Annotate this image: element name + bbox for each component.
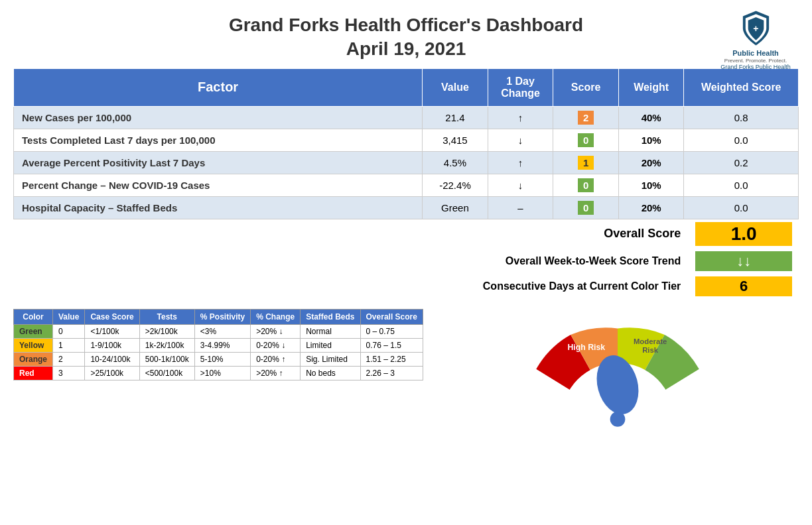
- legend-overall: 1.51 – 2.25: [360, 352, 423, 366]
- col-weighted-score: Weighted Score: [684, 68, 799, 106]
- legend-beds: Limited: [301, 338, 360, 352]
- legend-positivity: >10%: [194, 366, 250, 380]
- legend-col-header: Overall Score: [360, 309, 423, 324]
- legend-col-header: Color: [14, 309, 53, 324]
- cell-weighted-score: 0.0: [684, 196, 799, 219]
- legend-row: Yellow 1 1-9/100k 1k-2k/100k 3-4.99% 0-2…: [14, 338, 423, 352]
- logo-brand: Public Health: [719, 49, 792, 58]
- cell-change: ↓: [488, 129, 553, 151]
- consec-cell: 6: [689, 274, 799, 299]
- table-row: New Cases per 100,000 21.4 ↑ 2 40% 0.8: [14, 106, 799, 129]
- legend-container: ColorValueCase ScoreTests% Positivity% C…: [13, 309, 423, 448]
- legend-tests: <500/100k: [139, 366, 194, 380]
- legend-change: >20% ↑: [251, 366, 301, 380]
- legend-color: Orange: [14, 352, 53, 366]
- legend-value: 2: [53, 352, 85, 366]
- overall-score-cell: 1.0: [689, 219, 799, 249]
- cell-value: 4.5%: [423, 151, 488, 174]
- severe-risk-label: Severe Risk: [524, 406, 571, 415]
- col-factor: Factor: [14, 68, 423, 106]
- trend-value: ↓↓: [695, 251, 792, 271]
- legend-col-header: % Positivity: [194, 309, 250, 324]
- cell-value: 21.4: [423, 106, 488, 129]
- page-header: Grand Forks Health Officer's Dashboard A…: [13, 7, 799, 67]
- cell-weight: 20%: [618, 151, 684, 174]
- table-row: Average Percent Positivity Last 7 Days 4…: [14, 151, 799, 174]
- legend-case-score: <1/100k: [85, 324, 139, 338]
- overall-score-label: Overall Score: [13, 219, 689, 249]
- cell-value: -22.4%: [423, 174, 488, 196]
- legend-change: >20% ↓: [251, 324, 301, 338]
- cell-factor: Tests Completed Last 7 days per 100,000: [14, 129, 423, 151]
- legend-case-score: 10-24/100k: [85, 352, 139, 366]
- legend-col-header: Staffed Beds: [301, 309, 360, 324]
- legend-color: Red: [14, 366, 53, 380]
- cell-change: ↑: [488, 106, 553, 129]
- cell-weight: 10%: [618, 129, 684, 151]
- legend-color: Yellow: [14, 338, 53, 352]
- cell-weighted-score: 0.0: [684, 129, 799, 151]
- cell-weighted-score: 0.2: [684, 151, 799, 174]
- legend-row: Orange 2 10-24/100k 500-1k/100k 5-10% 0-…: [14, 352, 423, 366]
- cell-weight: 40%: [618, 106, 684, 129]
- overall-score-value: 1.0: [695, 222, 792, 246]
- legend-case-score: 1-9/100k: [85, 338, 139, 352]
- low-risk-label: Low Risk: [675, 393, 710, 402]
- main-table: Factor Value 1 Day Change Score Weight W…: [13, 68, 799, 219]
- consec-row: Consecutive Days at Current Color Tier 6: [13, 274, 799, 299]
- legend-positivity: 3-4.99%: [194, 338, 250, 352]
- legend-col-header: Tests: [139, 309, 194, 324]
- cell-weight: 20%: [618, 196, 684, 219]
- col-weight: Weight: [618, 68, 684, 106]
- legend-tests: 500-1k/100k: [139, 352, 194, 366]
- cell-change: ↑: [488, 151, 553, 174]
- trend-cell: ↓↓: [689, 249, 799, 274]
- cell-value: 3,415: [423, 129, 488, 151]
- table-row: Hospital Capacity – Staffed Beds Green –…: [14, 196, 799, 219]
- logo-tagline: Prevent. Promote. Protect.: [719, 58, 792, 64]
- cell-score: 0: [553, 174, 619, 196]
- trend-label: Overall Week-to-Week Score Trend: [13, 249, 689, 274]
- legend-value: 3: [53, 366, 85, 380]
- legend-overall: 0.76 – 1.5: [360, 338, 423, 352]
- consec-label: Consecutive Days at Current Color Tier: [13, 274, 689, 299]
- bottom-section: ColorValueCase ScoreTests% Positivity% C…: [13, 309, 799, 448]
- legend-positivity: <3%: [194, 324, 250, 338]
- cell-score: 0: [553, 129, 619, 151]
- cell-change: ↓: [488, 174, 553, 196]
- cell-factor: Average Percent Positivity Last 7 Days: [14, 151, 423, 174]
- cell-weighted-score: 0.8: [684, 106, 799, 129]
- cell-value: Green: [423, 196, 488, 219]
- legend-value: 1: [53, 338, 85, 352]
- legend-change: 0-20% ↓: [251, 338, 301, 352]
- col-value: Value: [423, 68, 488, 106]
- legend-beds: Normal: [301, 324, 360, 338]
- legend-table: ColorValueCase ScoreTests% Positivity% C…: [13, 309, 423, 380]
- legend-col-header: % Change: [251, 309, 301, 324]
- legend-value: 0: [53, 324, 85, 338]
- legend-change: 0-20% ↑: [251, 352, 301, 366]
- high-risk-label: High Risk: [567, 343, 605, 352]
- moderate-risk-label: Moderate: [634, 337, 667, 345]
- cell-change: –: [488, 196, 553, 219]
- legend-overall: 2.26 – 3: [360, 366, 423, 380]
- cell-score: 2: [553, 106, 619, 129]
- legend-color: Green: [14, 324, 53, 338]
- cell-weight: 10%: [618, 174, 684, 196]
- legend-overall: 0 – 0.75: [360, 324, 423, 338]
- legend-row: Red 3 >25/100k <500/100k >10% >20% ↑ No …: [14, 366, 423, 380]
- cell-factor: Hospital Capacity – Staffed Beds: [14, 196, 423, 219]
- legend-positivity: 5-10%: [194, 352, 250, 366]
- overall-score-row: Overall Score 1.0: [13, 219, 799, 249]
- legend-tests: >2k/100k: [139, 324, 194, 338]
- shield-icon: +: [738, 10, 774, 46]
- legend-beds: Sig. Limited: [301, 352, 360, 366]
- cell-score: 0: [553, 196, 619, 219]
- cell-factor: Percent Change – New COVID-19 Cases: [14, 174, 423, 196]
- gauge-chart: Severe Risk High Risk Moderate Risk Low …: [505, 309, 730, 448]
- legend-row: Green 0 <1/100k >2k/100k <3% >20% ↓ Norm…: [14, 324, 423, 338]
- legend-col-header: Case Score: [85, 309, 139, 324]
- table-row: Percent Change – New COVID-19 Cases -22.…: [14, 174, 799, 196]
- page-title: Grand Forks Health Officer's Dashboard A…: [13, 13, 799, 62]
- col-score: Score: [553, 68, 619, 106]
